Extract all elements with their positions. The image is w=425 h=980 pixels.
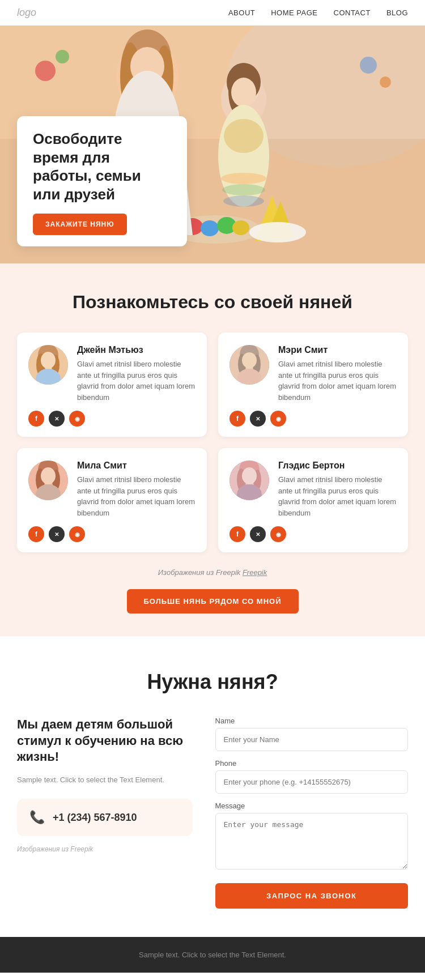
more-nannies-button[interactable]: БОЛЬШЕ НЯНЬ РЯДОМ СО МНОЙ (127, 589, 299, 613)
nanny-3-instagram-icon[interactable]: ◉ (69, 526, 85, 542)
nanny-4-x-icon[interactable]: ✕ (250, 526, 266, 542)
nanny-2-facebook-icon[interactable]: f (230, 411, 245, 427)
nanny-3-facebook-icon[interactable]: f (28, 526, 44, 542)
nanny-top-1: Джейн Мэтьюз Glavi amet ritnisl libero m… (28, 345, 196, 403)
contact-left: Мы даем детям большой стимул к обучению … (17, 717, 193, 909)
message-label: Message (215, 802, 408, 810)
svg-point-19 (201, 220, 219, 236)
contact-freepik-credit: Изображения из Freepik (17, 845, 193, 853)
contact-grid: Мы даем детям большой стимул к обучению … (17, 717, 408, 909)
nanny-card-2: Мэри Смит Glavi amet ritnisl libero mole… (218, 333, 408, 437)
nanny-1-instagram-icon[interactable]: ◉ (69, 411, 85, 427)
phone-input[interactable] (215, 770, 408, 794)
nanny-info-3: Мила Смит Glavi amet ritnisl libero mole… (77, 461, 196, 518)
nanny-top-2: Мэри Смит Glavi amet ritnisl libero mole… (230, 345, 397, 403)
nanny-info-4: Глэдис Бертон Glavi amet ritnisl libero … (278, 461, 397, 518)
svg-point-26 (360, 57, 377, 74)
svg-point-51 (41, 467, 56, 484)
logo: logo (17, 7, 36, 19)
nanny-name-4: Глэдис Бертон (278, 461, 397, 471)
nanny-card-3: Мила Смит Glavi amet ritnisl libero mole… (17, 448, 207, 552)
nanny-name-3: Мила Смит (77, 461, 196, 471)
freepik-link[interactable]: Freepik (243, 568, 267, 577)
nanny-avatar-3 (28, 461, 68, 500)
phone-label: Phone (215, 759, 408, 768)
message-field-group: Message (215, 802, 408, 872)
phone-box: 📞 +1 (234) 567-8910 (17, 799, 193, 836)
svg-point-25 (56, 50, 69, 63)
svg-point-14 (231, 78, 256, 107)
nanny-social-4: f ✕ ◉ (230, 526, 397, 542)
footer: Sample text. Click to select the Text El… (0, 937, 425, 973)
nanny-card-4: Глэдис Бертон Glavi amet ritnisl libero … (218, 448, 408, 552)
nanny-desc-1: Glavi amet ritnisl libero molestie ante … (77, 359, 196, 403)
nannies-section: Познакомьтесь со своей няней (0, 263, 425, 636)
phone-field-group: Phone (215, 759, 408, 794)
svg-point-30 (223, 195, 264, 207)
name-label: Name (215, 717, 408, 725)
nanny-card-1: Джейн Мэтьюз Glavi amet ritnisl libero m… (17, 333, 207, 437)
nav-home-page[interactable]: HOME PAGE (271, 8, 317, 17)
phone-icon: 📞 (29, 810, 45, 825)
nanny-2-instagram-icon[interactable]: ◉ (270, 411, 286, 427)
name-input[interactable] (215, 728, 408, 751)
nav-blog[interactable]: BLOG (386, 8, 408, 17)
phone-number: +1 (234) 567-8910 (53, 812, 137, 824)
hero-content-box: Освободите время для работы, семьи или д… (17, 116, 187, 246)
svg-point-44 (242, 352, 257, 368)
nanny-name-1: Джейн Мэтьюз (77, 345, 196, 355)
nanny-desc-3: Glavi amet ritnisl libero molestie ante … (77, 474, 196, 518)
nanny-desc-2: Glavi amet ritnisl libero molestie ante … (278, 359, 397, 403)
svg-point-27 (380, 76, 391, 88)
nannies-freepik-credit: Изображения из Freepik Freepik (17, 568, 408, 577)
nanny-1-x-icon[interactable]: ✕ (49, 411, 65, 427)
contact-form: Name Phone Message ЗАПРОС НА ЗВОНОК (215, 717, 408, 909)
message-textarea[interactable] (215, 813, 408, 870)
svg-point-31 (249, 222, 306, 242)
contact-title: Нужна няня? (17, 670, 408, 694)
nav-contact[interactable]: CONTACT (334, 8, 371, 17)
nanny-info-2: Мэри Смит Glavi amet ritnisl libero mole… (278, 345, 397, 403)
nanny-4-instagram-icon[interactable]: ◉ (270, 526, 286, 542)
nanny-2-x-icon[interactable]: ✕ (250, 411, 266, 427)
nanny-avatar-4 (230, 461, 269, 500)
nannies-grid: Джейн Мэтьюз Glavi amet ritnisl libero m… (17, 333, 408, 552)
nanny-avatar-2 (230, 345, 269, 385)
svg-point-58 (242, 467, 257, 484)
hero-title: Освободите время для работы, семьи или д… (33, 130, 171, 203)
name-field-group: Name (215, 717, 408, 751)
nanny-social-3: f ✕ ◉ (28, 526, 196, 542)
nanny-top-4: Глэдис Бертон Glavi amet ritnisl libero … (230, 461, 397, 518)
nanny-info-1: Джейн Мэтьюз Glavi amet ritnisl libero m… (77, 345, 196, 403)
nanny-social-2: f ✕ ◉ (230, 411, 397, 427)
nanny-4-facebook-icon[interactable]: f (230, 526, 245, 542)
nannies-title: Познакомьтесь со своей няней (17, 292, 408, 313)
nav-about[interactable]: ABOUT (228, 8, 255, 17)
header: logo ABOUT HOME PAGE CONTACT BLOG (0, 0, 425, 25)
nanny-1-facebook-icon[interactable]: f (28, 411, 44, 427)
svg-point-21 (232, 220, 249, 235)
nanny-social-1: f ✕ ◉ (28, 411, 196, 427)
nanny-desc-4: Glavi amet ritnisl libero molestie ante … (278, 474, 397, 518)
svg-point-37 (41, 352, 56, 369)
nanny-name-2: Мэри Смит (278, 345, 397, 355)
footer-text: Sample text. Click to select the Text El… (17, 951, 408, 959)
submit-button[interactable]: ЗАПРОС НА ЗВОНОК (215, 883, 408, 909)
hero-section: Освободите время для работы, семьи или д… (0, 25, 425, 263)
nanny-top-3: Мила Смит Glavi amet ritnisl libero mole… (28, 461, 196, 518)
nanny-3-x-icon[interactable]: ✕ (49, 526, 65, 542)
hero-cta-button[interactable]: ЗАКАЖИТЕ НЯНЮ (33, 214, 127, 235)
svg-point-29 (222, 184, 265, 195)
contact-sample-text: Sample text. Click to select the Text El… (17, 774, 193, 786)
svg-point-24 (35, 61, 56, 81)
nanny-avatar-1 (28, 345, 68, 385)
contact-tagline: Мы даем детям большой стимул к обучению … (17, 717, 193, 765)
svg-point-16 (224, 119, 264, 153)
svg-point-28 (221, 173, 266, 184)
navigation: ABOUT HOME PAGE CONTACT BLOG (228, 8, 408, 17)
contact-section: Нужна няня? Мы даем детям большой стимул… (0, 636, 425, 937)
